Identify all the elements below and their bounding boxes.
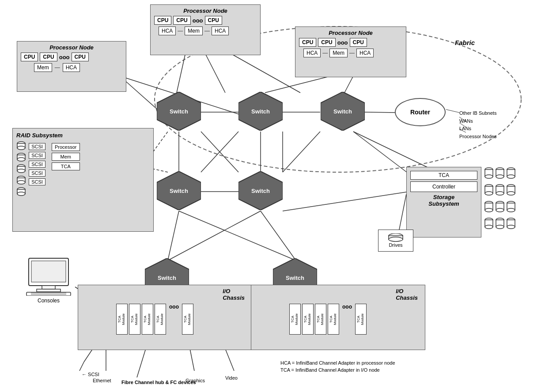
svg-line-5 <box>344 76 353 93</box>
io-module-r-3: TCAModule <box>315 304 326 335</box>
svg-line-1 <box>177 53 185 93</box>
cpu-row-top-center: CPU CPU ooo CPU <box>154 16 257 25</box>
io-module-l-1: TCAModule <box>116 304 128 335</box>
scsi-col: SCSI SCSI SCSI SCSI SCSI <box>29 143 45 197</box>
svg-point-81 <box>485 208 493 212</box>
svg-line-32 <box>137 349 146 377</box>
mem-box-1: Mem <box>185 26 203 35</box>
switch-4: Switch <box>157 171 201 210</box>
scsi-2: SCSI <box>29 152 45 159</box>
cpu-row-top-left: CPU CPU ooo CPU <box>21 53 122 61</box>
dots-1: ooo <box>193 17 203 24</box>
scsi-label: ← SCSI <box>82 372 99 377</box>
svg-marker-43 <box>238 171 283 210</box>
cpu-box-tr-3: CPU <box>350 38 367 47</box>
router-ellipse: Router <box>395 98 446 126</box>
svg-point-75 <box>496 192 504 195</box>
svg-point-87 <box>507 208 515 212</box>
raid-title: RAID Subsystem <box>16 132 150 139</box>
dots-tr: ooo <box>337 39 348 46</box>
cpu-box-2: CPU <box>173 16 190 25</box>
raid-processor: Processor <box>52 143 80 151</box>
svg-line-3 <box>230 53 300 93</box>
legend: HCA = InfiniBand Channel Adapter in proc… <box>280 360 395 373</box>
svg-point-51 <box>17 158 25 161</box>
io-module-r-1: TCAModule <box>289 304 301 335</box>
hca-box-tl: HCA <box>63 63 80 72</box>
mem-box-tr: Mem <box>329 49 348 57</box>
svg-line-15 <box>283 132 320 172</box>
fc-label: Fibre Channel hub & FC devices <box>121 380 196 385</box>
io-modules-left: TCAModule TCAModule TCAModule TCAModule … <box>116 304 249 335</box>
drives-box: Drives <box>378 230 413 252</box>
storage-subsystem: TCA Controller StorageSubsystem <box>406 167 481 237</box>
proc-node-top-center: Processor Node CPU CPU ooo CPU HCA — Mem… <box>150 4 261 55</box>
cpu-box-1: CPU <box>154 16 171 25</box>
svg-line-2 <box>205 53 225 93</box>
proc-node-top-left-title: Processor Node <box>21 44 122 51</box>
io-chassis-left-title: I/OChassis <box>81 288 245 301</box>
svg-point-90 <box>485 225 493 229</box>
hca-box-1: HCA <box>159 26 176 35</box>
svg-marker-39 <box>157 92 201 131</box>
storage-title: StorageSubsystem <box>410 194 477 207</box>
io-module-l-2: TCAModule <box>129 304 140 335</box>
svg-point-93 <box>496 225 504 229</box>
io-chassis-right-title: I/OChassis <box>254 288 418 301</box>
mem-box-tl: Mem <box>34 63 52 72</box>
drives-label: Drives <box>389 242 402 248</box>
disk-col-1 <box>16 141 26 197</box>
switch-3: Switch <box>321 92 365 131</box>
svg-point-72 <box>485 192 493 195</box>
cpu-box-tr-2: CPU <box>318 38 335 47</box>
svg-line-22 <box>353 132 428 168</box>
svg-line-4 <box>265 76 331 93</box>
router-label: Router <box>410 109 430 116</box>
raid-tca: TCA <box>52 162 80 170</box>
fabric-label: Fabric <box>455 39 475 46</box>
svg-rect-101 <box>31 261 66 282</box>
storage-inner: TCA Controller <box>410 171 477 192</box>
proc-node-top-right: Processor Node CPU CPU ooo CPU HCA — Mem… <box>295 26 406 77</box>
io-chassis-right: I/OChassis TCAModule TCAModule TCAModule… <box>251 285 425 350</box>
io-dots-right: ooo <box>342 304 352 310</box>
io-dots-left: ooo <box>169 304 179 310</box>
legend-line-1: HCA = InfiniBand Channel Adapter in proc… <box>280 360 395 366</box>
io-module-r-4: TCAModule <box>328 304 339 335</box>
svg-point-78 <box>507 192 515 195</box>
cpu-box-tl-1: CPU <box>21 53 38 61</box>
router-connections: Other IB Subnets WANs LANs Processor Nod… <box>459 109 496 140</box>
svg-line-35 <box>446 109 459 113</box>
svg-marker-40 <box>238 92 283 131</box>
svg-line-34 <box>225 349 234 371</box>
io-chassis-left: I/OChassis TCAModule TCAModule TCAModule… <box>78 285 252 350</box>
mem-row-top-center: HCA — Mem — HCA <box>154 26 257 35</box>
svg-line-18 <box>261 211 296 260</box>
cpu-box-tr-1: CPU <box>299 38 316 47</box>
svg-line-20 <box>168 211 261 260</box>
scsi-5: SCSI <box>29 178 45 185</box>
switch-5: Switch <box>238 171 283 210</box>
svg-point-84 <box>496 208 504 212</box>
mem-row-top-left: Mem — HCA <box>21 63 122 72</box>
io-module-l-5: TCAModule <box>182 304 193 335</box>
svg-line-24 <box>283 192 406 211</box>
scsi-1: SCSI <box>29 143 45 150</box>
console-label: Consoles <box>24 298 73 304</box>
svg-rect-102 <box>42 286 55 289</box>
io-module-l-4: TCAModule <box>155 304 166 335</box>
storage-disks-right <box>484 167 516 231</box>
svg-line-30 <box>79 362 84 371</box>
svg-point-48 <box>17 146 25 150</box>
svg-point-54 <box>17 169 25 173</box>
raid-subsystem: RAID Subsystem SCSI SCSI SCSI SCSI SCSI … <box>12 128 154 232</box>
io-module-l-3: TCAModule <box>142 304 153 335</box>
video-label: Video <box>225 375 238 381</box>
router-connections-text: Other IB Subnets WANs LANs Processor Nod… <box>459 109 496 140</box>
legend-line-2: TCA = InfiniBand Channel Adapter in I/O … <box>280 367 395 373</box>
ethernet-label: Ethernet <box>93 378 111 383</box>
raid-inner: SCSI SCSI SCSI SCSI SCSI Processor Mem T… <box>16 141 150 197</box>
svg-point-63 <box>485 175 493 178</box>
svg-line-13 <box>201 132 238 172</box>
cpu-box-tl-3: CPU <box>72 53 89 61</box>
